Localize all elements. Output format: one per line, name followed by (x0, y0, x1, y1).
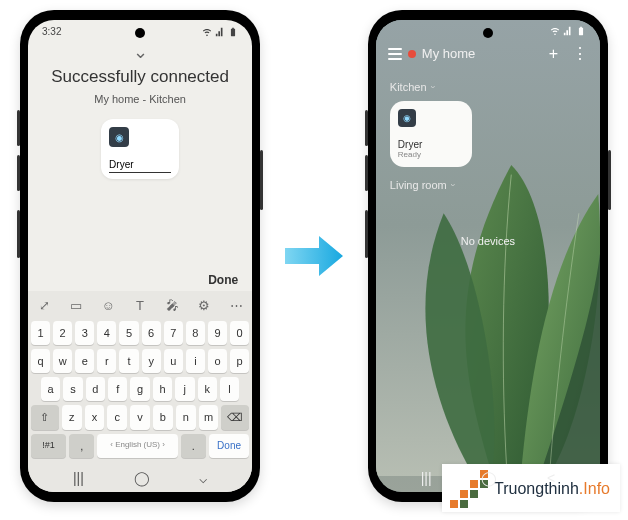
status-indicators (550, 26, 586, 36)
key-q[interactable]: q (31, 349, 50, 373)
volume-up-button[interactable] (17, 110, 20, 146)
nav-back[interactable]: ⌵ (199, 470, 207, 486)
wifi-icon (550, 26, 560, 36)
key-7[interactable]: 7 (164, 321, 183, 345)
key-space[interactable]: ‹ English (US) › (97, 434, 177, 458)
key-i[interactable]: i (186, 349, 205, 373)
key-8[interactable]: 8 (186, 321, 205, 345)
key-e[interactable]: e (75, 349, 94, 373)
key-4[interactable]: 4 (97, 321, 116, 345)
power-button[interactable] (608, 150, 611, 210)
clipboard-icon[interactable]: ▭ (66, 295, 86, 315)
expand-icon[interactable]: ⤢ (34, 295, 54, 315)
no-devices-label: No devices (376, 235, 600, 247)
keyboard-row-1: q w e r t y u i o p (31, 349, 249, 373)
volume-down-button[interactable] (365, 155, 368, 191)
key-v[interactable]: v (130, 405, 150, 430)
keyboard-row-numbers: 1 2 3 4 5 6 7 8 9 0 (31, 321, 249, 345)
key-z[interactable]: z (62, 405, 82, 430)
key-symbols[interactable]: !#1 (31, 434, 66, 458)
key-o[interactable]: o (208, 349, 227, 373)
key-3[interactable]: 3 (75, 321, 94, 345)
key-c[interactable]: c (107, 405, 127, 430)
more-icon[interactable]: ⋯ (226, 295, 246, 315)
room-name: Kitchen (390, 81, 427, 93)
key-n[interactable]: n (176, 405, 196, 430)
key-9[interactable]: 9 (208, 321, 227, 345)
add-button[interactable]: + (549, 45, 558, 63)
device-card: ◉ (101, 119, 179, 179)
location-subtitle: My home - Kitchen (28, 93, 252, 105)
key-f[interactable]: f (108, 377, 127, 401)
key-t[interactable]: t (119, 349, 138, 373)
bixby-button[interactable] (365, 210, 368, 258)
key-2[interactable]: 2 (53, 321, 72, 345)
power-button[interactable] (260, 150, 263, 210)
key-g[interactable]: g (130, 377, 149, 401)
key-w[interactable]: w (53, 349, 72, 373)
signal-icon (563, 26, 573, 36)
text-icon[interactable]: T (130, 295, 150, 315)
key-x[interactable]: x (85, 405, 105, 430)
key-6[interactable]: 6 (142, 321, 161, 345)
phone-right: My home + ⋮ Kitchen ◉ Dryer Ready Li (368, 10, 608, 502)
device-name: Dryer (398, 139, 464, 150)
room-name: Living room (390, 179, 447, 191)
volume-up-button[interactable] (365, 110, 368, 146)
nav-home[interactable]: ◯ (481, 470, 497, 486)
device-tile-dryer[interactable]: ◉ Dryer Ready (390, 101, 472, 167)
room-kitchen-label[interactable]: Kitchen (376, 69, 600, 97)
key-u[interactable]: u (164, 349, 183, 373)
keyboard-toolbar: ⤢ ▭ ☺ T 🎤︎ ⚙ ⋯ (28, 291, 252, 319)
room-livingroom-label[interactable]: Living room (376, 167, 600, 195)
gear-icon[interactable]: ⚙ (194, 295, 214, 315)
battery-icon (228, 27, 238, 37)
menu-icon[interactable] (388, 48, 402, 60)
key-m[interactable]: m (199, 405, 219, 430)
device-name-input[interactable] (109, 157, 171, 173)
key-comma[interactable]: , (69, 434, 94, 458)
wifi-icon (202, 27, 212, 37)
key-l[interactable]: l (220, 377, 239, 401)
phone-left: 3:32 ⌄ Successfully connected My home - … (20, 10, 260, 502)
key-d[interactable]: d (86, 377, 105, 401)
key-h[interactable]: h (153, 377, 172, 401)
nav-recent[interactable]: ||| (73, 470, 84, 486)
key-p[interactable]: p (230, 349, 249, 373)
nav-recent[interactable]: ||| (421, 470, 432, 486)
more-icon[interactable]: ⋮ (572, 44, 588, 63)
keyboard-row-2: a s d f g h j k l (31, 377, 249, 401)
key-period[interactable]: . (181, 434, 206, 458)
key-y[interactable]: y (142, 349, 161, 373)
key-backspace[interactable]: ⌫ (221, 405, 249, 430)
collapse-chevron-icon[interactable]: ⌄ (28, 41, 252, 63)
key-a[interactable]: a (41, 377, 60, 401)
mic-icon[interactable]: 🎤︎ (162, 295, 182, 315)
key-k[interactable]: k (198, 377, 217, 401)
keyboard-row-4: !#1 , ‹ English (US) › . Done (31, 434, 249, 458)
emoji-icon[interactable]: ☺ (98, 295, 118, 315)
notification-badge (408, 50, 416, 58)
key-5[interactable]: 5 (119, 321, 138, 345)
nav-back[interactable]: < (547, 470, 555, 486)
key-j[interactable]: j (175, 377, 194, 401)
device-status: Ready (398, 150, 464, 159)
key-0[interactable]: 0 (230, 321, 249, 345)
key-done[interactable]: Done (209, 434, 249, 458)
home-title[interactable]: My home (422, 46, 475, 61)
camera-hole (483, 28, 493, 38)
nav-home[interactable]: ◯ (134, 470, 150, 486)
battery-icon (576, 26, 586, 36)
bixby-button[interactable] (17, 210, 20, 258)
key-s[interactable]: s (63, 377, 82, 401)
volume-down-button[interactable] (17, 155, 20, 191)
home-header: My home + ⋮ (376, 38, 600, 69)
page-title: Successfully connected (28, 67, 252, 87)
key-shift[interactable]: ⇧ (31, 405, 59, 430)
done-button[interactable]: Done (208, 273, 238, 287)
status-indicators (202, 27, 238, 37)
key-1[interactable]: 1 (31, 321, 50, 345)
key-r[interactable]: r (97, 349, 116, 373)
arrow-icon (280, 232, 348, 280)
key-b[interactable]: b (153, 405, 173, 430)
